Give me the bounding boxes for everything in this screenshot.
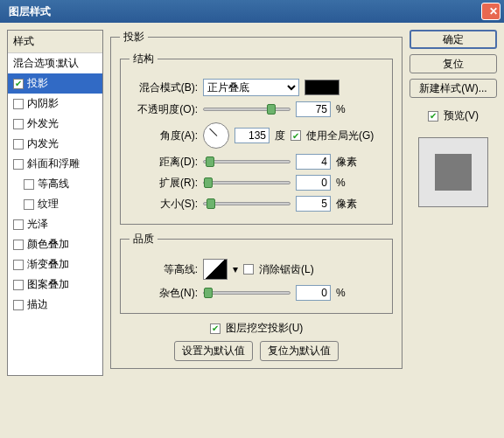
angle-unit: 度 [275,129,285,143]
sidebar-checkbox-2[interactable] [13,119,24,129]
sidebar-checkbox-3[interactable] [13,139,24,149]
sidebar-item-0[interactable]: ✔投影 [8,73,102,94]
sidebar-item-6[interactable]: 纹理 [8,194,102,214]
knockout-label: 图层挖空投影(U) [226,321,304,336]
sidebar-item-10[interactable]: 图案叠加 [8,275,102,295]
sidebar-item-1[interactable]: 内阴影 [8,94,102,114]
distance-slider[interactable] [203,160,290,163]
opacity-unit: % [336,103,346,115]
panel-title: 投影 [120,30,148,45]
sidebar-item-8[interactable]: 颜色叠加 [8,234,102,254]
sidebar-label-1: 内阴影 [27,96,59,111]
global-light-checkbox[interactable]: ✔ [290,130,301,141]
blend-mode-row: 混合模式(B): 正片叠底 [130,79,383,96]
opacity-input[interactable] [296,101,331,117]
sidebar-checkbox-7[interactable] [13,219,24,230]
spread-slider[interactable] [203,181,290,184]
angle-input[interactable] [234,128,270,143]
sidebar-item-3[interactable]: 内发光 [8,134,102,154]
make-default-button[interactable]: 设置为默认值 [174,341,253,361]
sidebar-item-9[interactable]: 渐变叠加 [8,254,102,275]
sidebar-checkbox-1[interactable] [13,99,24,109]
quality-fieldset: 品质 等高线: ▾ 消除锯齿(L) 杂色(N): % [120,232,393,314]
sidebar-item-4[interactable]: 斜面和浮雕 [8,154,102,174]
size-input[interactable] [296,196,331,212]
knockout-row: ✔ 图层挖空投影(U) [120,321,393,336]
spread-input[interactable] [296,175,331,191]
content-area: 投影 结构 混合模式(B): 正片叠底 不透明度(O): % [110,30,497,376]
styles-sidebar: 样式 混合选项:默认 ✔投影内阴影外发光内发光斜面和浮雕等高线纹理光泽颜色叠加渐… [7,30,103,376]
new-style-button[interactable]: 新建样式(W)... [410,79,497,98]
sidebar-label-2: 外发光 [27,116,59,131]
sidebar-item-5[interactable]: 等高线 [8,174,102,194]
reset-default-button[interactable]: 复位为默认值 [260,341,339,361]
main-content: 样式 混合选项:默认 ✔投影内阴影外发光内发光斜面和浮雕等高线纹理光泽颜色叠加渐… [0,23,504,383]
sidebar-checkbox-6[interactable] [24,199,34,210]
preview-swatch [435,154,472,191]
size-slider[interactable] [203,202,290,205]
blend-mode-label: 混合模式(B): [130,80,198,95]
preview-box [418,137,488,207]
distance-label: 距离(D): [130,155,198,170]
default-buttons-row: 设置为默认值 复位为默认值 [120,341,393,361]
contour-dropdown-icon[interactable]: ▾ [233,263,238,275]
sidebar-label-9: 渐变叠加 [27,257,69,272]
noise-unit: % [336,287,346,299]
window-title: 图层样式 [4,4,51,19]
distance-input[interactable] [296,154,331,170]
options-panel: 投影 结构 混合模式(B): 正片叠底 不透明度(O): % [110,30,402,376]
sidebar-blend-default[interactable]: 混合选项:默认 [8,53,102,73]
noise-label: 杂色(N): [130,286,198,301]
contour-picker[interactable] [203,259,228,280]
spread-unit: % [336,177,346,189]
spread-label: 扩展(R): [130,176,198,191]
angle-dial[interactable] [203,122,229,149]
sidebar-item-7[interactable]: 光泽 [8,214,102,234]
noise-input[interactable] [296,285,331,301]
sidebar-item-11[interactable]: 描边 [8,295,102,315]
angle-label: 角度(A): [130,129,198,143]
angle-row: 角度(A): 度 ✔ 使用全局光(G) [130,122,383,149]
sidebar-checkbox-4[interactable] [13,159,24,170]
antialias-label: 消除锯齿(L) [259,262,314,277]
sidebar-checkbox-9[interactable] [13,260,24,270]
sidebar-checkbox-10[interactable] [13,280,24,290]
structure-legend: 结构 [130,52,158,66]
global-light-label: 使用全局光(G) [306,129,374,143]
contour-row: 等高线: ▾ 消除锯齿(L) [130,259,383,280]
sidebar-checkbox-5[interactable] [24,179,34,190]
opacity-slider[interactable] [203,108,290,111]
sidebar-label-11: 描边 [27,297,48,312]
right-panel: 确定 复位 新建样式(W)... ✔ 预览(V) [410,30,497,376]
sidebar-label-3: 内发光 [27,136,59,151]
size-row: 大小(S): 像素 [130,196,383,212]
size-label: 大小(S): [130,197,198,212]
sidebar-checkbox-11[interactable] [13,300,24,310]
preview-label: 预览(V) [444,108,479,123]
sidebar-label-0: 投影 [27,76,48,91]
sidebar-checkbox-8[interactable] [13,240,24,250]
antialias-checkbox[interactable] [243,264,254,275]
knockout-checkbox[interactable]: ✔ [210,323,220,334]
sidebar-header: 样式 [8,31,102,53]
sidebar-item-2[interactable]: 外发光 [8,114,102,134]
cancel-button[interactable]: 复位 [410,54,497,73]
ok-button[interactable]: 确定 [410,30,497,49]
contour-label: 等高线: [130,262,198,277]
sidebar-label-10: 图案叠加 [27,277,69,292]
size-unit: 像素 [336,197,357,212]
preview-checkbox[interactable]: ✔ [428,111,438,122]
opacity-row: 不透明度(O): % [130,101,383,117]
distance-row: 距离(D): 像素 [130,154,383,170]
sidebar-checkbox-0[interactable]: ✔ [13,79,24,89]
close-button[interactable]: ✕ [481,3,500,20]
preview-row: ✔ 预览(V) [410,108,497,123]
noise-row: 杂色(N): % [130,285,383,301]
blend-mode-select[interactable]: 正片叠底 [203,79,299,96]
color-swatch[interactable] [304,80,340,95]
noise-slider[interactable] [203,291,290,295]
spread-row: 扩展(R): % [130,175,383,191]
sidebar-label-4: 斜面和浮雕 [27,156,80,171]
opacity-label: 不透明度(O): [130,102,198,117]
quality-legend: 品质 [130,232,158,247]
